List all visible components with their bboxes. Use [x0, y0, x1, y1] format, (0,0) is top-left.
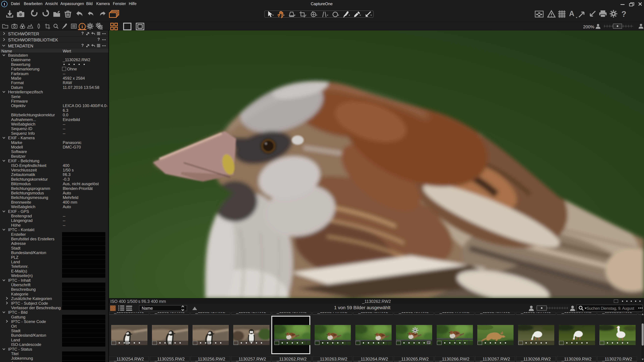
svg-text:i: i: [82, 24, 83, 29]
svg-text:?: ?: [98, 37, 100, 41]
svg-text:A: A: [569, 9, 574, 17]
svg-text:1: 1: [3, 2, 5, 6]
svg-text:?: ?: [621, 9, 626, 18]
svg-text:?: ?: [81, 43, 84, 48]
svg-text:?: ?: [81, 31, 84, 35]
